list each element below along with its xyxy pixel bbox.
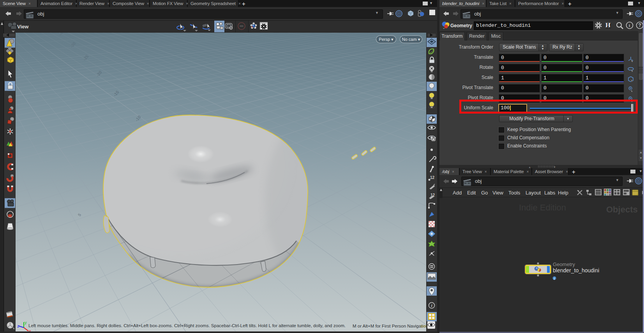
svg-text:?: ? <box>639 23 641 28</box>
svg-text:y: y <box>25 321 27 325</box>
svg-text:z: z <box>17 324 19 328</box>
svg-text:i: i <box>629 23 630 28</box>
svg-text:12: 12 <box>430 175 435 180</box>
svg-text:i: i <box>431 303 433 308</box>
